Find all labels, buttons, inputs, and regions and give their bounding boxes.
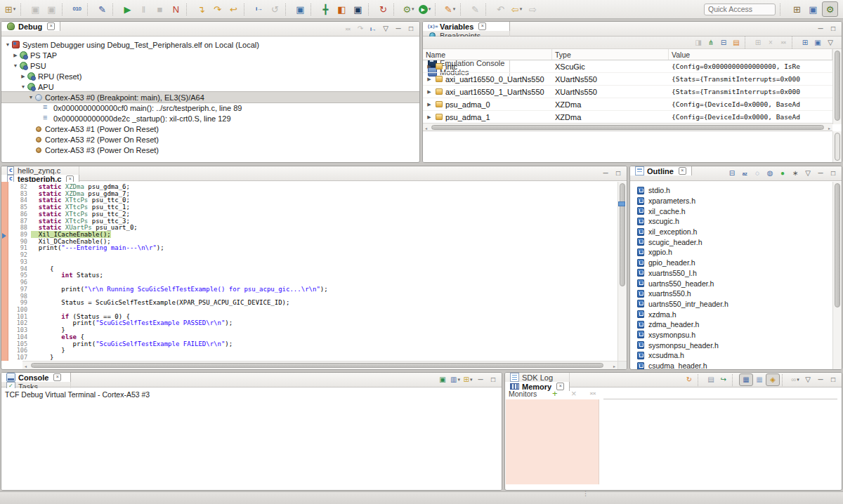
memory-tab-sdk-log[interactable]: SDK Log	[505, 373, 570, 382]
hide-non-public-members-button[interactable]: ●	[776, 168, 789, 179]
collapse-all-button[interactable]: ⊟	[726, 168, 738, 179]
code-line[interactable]: 102 print("ScuGicSelfTestExample PASSED\…	[8, 320, 617, 327]
debug-tree-item[interactable]: ▼System Debugger using Debug_Test_Periph…	[1, 39, 419, 50]
outline-item[interactable]: xil_cache.h	[630, 206, 832, 216]
view-menu-button[interactable]: ▽	[824, 37, 837, 48]
external-tools-button[interactable]: ✎▾	[443, 2, 457, 16]
debug-tree-item[interactable]: ▼Cortex-A53 #0 (Breakpoint: main), EL3(S…	[1, 92, 419, 102]
debug-tree-item[interactable]: 0x0000000000000cf0 main(): ../src/testpe…	[1, 102, 419, 113]
console-tab-console[interactable]: Console×	[1, 373, 71, 382]
code-line[interactable]: 93	[8, 259, 617, 266]
variable-row[interactable]: ▶psu_adma_0XZDma{Config={DeviceId=0x0000…	[423, 98, 832, 111]
maximize-button[interactable]: □	[827, 168, 839, 179]
variables-tab-variables[interactable]: Variables×	[423, 22, 510, 31]
outline-item[interactable]: uartns550_intr_header.h	[630, 299, 832, 310]
sort-button[interactable]: az	[738, 168, 751, 179]
pointer-mode-button[interactable]: ✎	[95, 2, 110, 16]
expander-icon[interactable]: ▶	[426, 114, 433, 120]
close-icon[interactable]: ×	[47, 22, 55, 30]
launch-shell-button[interactable]: ▣	[351, 2, 365, 16]
sdk-update-button[interactable]: ↻	[376, 2, 391, 16]
outline-item[interactable]: xzdma.h	[630, 309, 832, 319]
variables-vertical-scrollbar[interactable]	[832, 49, 842, 124]
debug-tree-item[interactable]: ▼PSU	[1, 60, 419, 71]
code-line[interactable]: 105 print("ScuGicSelfTestExample FAILED\…	[8, 341, 617, 348]
show-details-pane-button[interactable]: ▤	[730, 37, 743, 48]
instruction-stepping-toggle-button[interactable]: i→	[367, 23, 379, 34]
resume-button[interactable]: ▶	[120, 2, 135, 16]
debug-tree-item[interactable]: ▶RPU (Reset)	[1, 71, 419, 81]
outline-item[interactable]: sysmonpsu_header.h	[630, 340, 832, 350]
display-selected-console-button[interactable]: ▥▾	[449, 374, 462, 385]
scroll-left-icon[interactable]: ◂	[25, 364, 27, 369]
expander-icon[interactable]: ▼	[12, 63, 19, 68]
minimize-button[interactable]: ─	[814, 168, 827, 179]
outline-item[interactable]: xscugic.h	[630, 216, 832, 227]
debug-tree-item[interactable]: Cortex-A53 #3 (Power On Reset)	[1, 145, 419, 155]
show-console-view-button[interactable]: ▣	[293, 2, 308, 16]
split-view-button[interactable]: ▦	[753, 374, 766, 385]
code-line[interactable]: 95 int Status;	[8, 272, 617, 279]
minimize-button[interactable]: ─	[392, 23, 405, 34]
outline-item[interactable]: stdio.h	[630, 185, 832, 196]
code-line[interactable]: 99 Status = ScuGicSelfTestExample(XPAR_P…	[8, 300, 617, 307]
step-return-button[interactable]: ↩	[226, 2, 241, 16]
outline-item[interactable]: csudma_header.h	[630, 361, 832, 369]
minimize-button[interactable]: ─	[814, 23, 827, 34]
scroll-right-icon[interactable]: ▸	[613, 364, 615, 369]
debug-tree-item[interactable]: Cortex-A53 #2 (Power On Reset)	[1, 134, 419, 145]
debug-perspective-button[interactable]: ⚙	[822, 1, 838, 17]
outline-item[interactable]: xparameters.h	[630, 196, 832, 206]
code-line[interactable]: 106 }	[8, 347, 617, 354]
open-new-view-button[interactable]: ⊞	[799, 37, 811, 48]
expander-icon[interactable]: ▶	[20, 74, 27, 79]
maximize-button[interactable]: □	[827, 374, 839, 385]
editor-horizontal-scrollbar[interactable]: ◂ ▸	[22, 361, 617, 369]
variable-row[interactable]: ▶intcXScuGic{Config=0x0000000000000000, …	[423, 60, 832, 73]
view-menu-button[interactable]: ▽	[379, 23, 392, 34]
variable-row[interactable]: ▶axi_uart16550_1_UartNs550XUartNs550{Sta…	[423, 86, 832, 98]
binary-file-button[interactable]: 010	[70, 2, 84, 16]
debug-tree-item[interactable]: 0x000000000000de2c _startup(): xil-crt0.…	[1, 113, 419, 124]
sash-handle[interactable]: ⋮	[582, 491, 589, 497]
modified-lines-ruler[interactable]	[1, 182, 8, 361]
scroll-left-icon[interactable]: ◂	[425, 126, 427, 131]
tree-view-button[interactable]: ◈	[766, 373, 780, 386]
view-menu-button[interactable]: ▽	[802, 168, 814, 179]
column-header-type[interactable]: Type	[552, 49, 669, 60]
open-console-button[interactable]: ⊞▾	[462, 374, 474, 385]
editor-tab-hello-zynq-c[interactable]: hello_zynq.c	[1, 166, 79, 175]
outline-item[interactable]: xil_exception.h	[630, 227, 832, 237]
instruction-stepping-button[interactable]: i→	[251, 2, 266, 16]
outline-item[interactable]: xsysmonpsu.h	[630, 330, 832, 340]
close-icon[interactable]: ×	[478, 22, 486, 30]
outline-item[interactable]: xgpio.h	[630, 247, 832, 258]
code-line[interactable]: 91 print("---Entering main---\n\r");	[8, 245, 617, 252]
pin-console-button[interactable]: ▣	[436, 374, 449, 385]
expander-icon[interactable]: ▶	[426, 89, 433, 95]
column-header-name[interactable]: Name	[423, 49, 552, 60]
code-line[interactable]: 97 print("\r\n Running ScuGicSelfTestExa…	[8, 286, 617, 293]
maximize-button[interactable]: □	[487, 374, 499, 385]
scroll-right-icon[interactable]: ▸	[828, 126, 830, 131]
minimize-button[interactable]: ─	[474, 374, 487, 385]
code-line[interactable]: 107 }	[8, 354, 617, 361]
back-button[interactable]: ⇦▾	[509, 2, 524, 16]
monitors-pane[interactable]	[506, 399, 599, 484]
expander-icon[interactable]: ▶	[426, 102, 433, 107]
close-icon[interactable]: ×	[53, 373, 61, 381]
minimize-button[interactable]: ─	[814, 374, 827, 385]
performance-analysis-button[interactable]: ╋	[318, 2, 333, 16]
link-with-editor-button[interactable]: ∗	[789, 168, 802, 179]
code-line[interactable]: 92	[8, 252, 617, 259]
detail-pane-scrollbar[interactable]	[832, 131, 842, 162]
maximize-button[interactable]: □	[405, 23, 417, 34]
outline-item[interactable]: xuartns550.h	[630, 289, 832, 299]
export-button[interactable]: ↪	[717, 374, 730, 385]
memory-rendering-pane[interactable]	[599, 399, 841, 484]
pin-view-button[interactable]: ▣	[811, 37, 824, 48]
outline-scrollbar[interactable]	[832, 182, 842, 369]
outline-tab-outline[interactable]: Outline×	[630, 166, 692, 175]
quick-access-input[interactable]	[704, 4, 776, 15]
minimize-button[interactable]: ─	[599, 168, 612, 179]
